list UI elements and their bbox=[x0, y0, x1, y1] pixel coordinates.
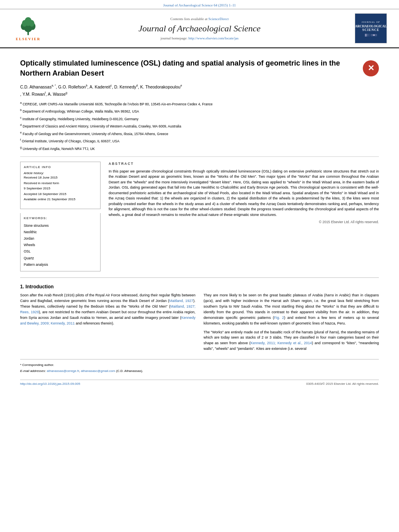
history-label: Article history: bbox=[24, 171, 97, 175]
journal-logo-area: JOURNAL OF ARCHAEOLOGICAL SCIENCE ▓▒░ ◻◼… bbox=[351, 13, 391, 43]
affiliation-item: e Faculty of Geology and the Geoenvironm… bbox=[20, 130, 379, 137]
maitland-ref-1[interactable]: Maitland, 1927 bbox=[169, 299, 193, 303]
top-reference: Journal of Archaeological Science 64 (20… bbox=[0, 0, 399, 9]
affiliation-item: a CEREGE, UMR CNRS-Aix Marseille Univers… bbox=[20, 101, 379, 107]
fig2-ref[interactable]: Fig. 2 bbox=[274, 316, 284, 320]
affiliation-item: f Oriental Institute, University of Chic… bbox=[20, 138, 379, 144]
journal-header: ELSEVIER Contents lists available at Sci… bbox=[0, 9, 399, 48]
keyword-item: OSL bbox=[24, 248, 97, 255]
authors-line: C.D. Athanassasa, *, G.O. Rollefsonb, A.… bbox=[20, 83, 379, 97]
keyword-item: Wheels bbox=[24, 242, 97, 248]
svg-point-5 bbox=[22, 20, 27, 27]
intro-col-left: Soon after the Arab Revolt (1916) pilots… bbox=[20, 293, 195, 355]
logo-box-extra: ▓▒░ ◻◼◻ bbox=[365, 33, 376, 36]
keywords-list: Stone structuresNeolithicJordanWheelsOSL… bbox=[24, 222, 97, 268]
elsevier-brand-text: ELSEVIER bbox=[16, 37, 41, 41]
intro-text-right-1: They are more likely to be seen on the g… bbox=[204, 293, 379, 327]
contents-line: Contents lists available at ScienceDirec… bbox=[52, 17, 347, 21]
affiliation-item: c Institute of Geography, Heidelberg Uni… bbox=[20, 115, 379, 122]
svg-text:✕: ✕ bbox=[368, 64, 374, 72]
abstract-text: In this paper we generate chronological … bbox=[109, 169, 379, 218]
article-title: Optically stimulated luminescence (OSL) … bbox=[20, 58, 355, 78]
author-1: C.D. Athanassas bbox=[20, 84, 51, 89]
received-date: Received 18 June 2015 Received in revise… bbox=[24, 175, 97, 202]
author-4: , D. Kennedy bbox=[112, 84, 136, 89]
author-5: , K. Theodorakopoulou bbox=[138, 84, 181, 89]
keyword-item: Pattern analysis bbox=[24, 261, 97, 268]
page-footer: http://dx.doi.org/10.1016/j.jas.2015.09.… bbox=[20, 380, 379, 386]
kennedy-ref-1[interactable]: Kennedy and Bewley, 2009; Kennedy, 2011 bbox=[20, 316, 195, 325]
elsevier-tree-icon bbox=[16, 16, 40, 36]
journal-homepage: journal homepage: http://www.elsevier.co… bbox=[52, 36, 347, 40]
keyword-item: Quartz bbox=[24, 255, 97, 261]
intro-col-right: They are more likely to be seen on the g… bbox=[204, 293, 379, 355]
footnote-email: E-mail addresses: athanassas@cerege.fr, … bbox=[20, 369, 379, 374]
intro-text-right-2: The "Works" are entirely made out of the… bbox=[204, 330, 379, 352]
logo-box-arch-text: ARCHAEOLOGICAL bbox=[355, 25, 387, 28]
keyword-item: Stone structures bbox=[24, 222, 97, 229]
affiliation-item: b Department of Anthropology, Whitman Co… bbox=[20, 108, 379, 114]
issn-text: 0305-4403/© 2015 Elsevier Ltd. All right… bbox=[306, 382, 379, 386]
email1-link[interactable]: athanassas@cerege.fr bbox=[47, 369, 79, 373]
author-5-sup: e bbox=[181, 84, 182, 87]
abstract-col: ABSTRACT In this paper we generate chron… bbox=[109, 162, 379, 271]
journal-logo-box: JOURNAL OF ARCHAEOLOGICAL SCIENCE ▓▒░ ◻◼… bbox=[355, 13, 387, 43]
crossmark-logo[interactable]: ✕ bbox=[363, 60, 379, 76]
footnote-section: * Corresponding author. E-mail addresses… bbox=[20, 359, 379, 374]
logo-box-science-text: SCIENCE bbox=[362, 28, 380, 32]
author-7-sup: g bbox=[66, 91, 67, 94]
keywords-box: Keywords: Stone structuresNeolithicJorda… bbox=[20, 213, 101, 271]
logo-box-top-text: JOURNAL OF bbox=[362, 21, 380, 23]
section-divider bbox=[20, 277, 379, 278]
intro-text-left: Soon after the Arab Revolt (1916) pilots… bbox=[20, 293, 195, 327]
article-title-section: Optically stimulated luminescence (OSL) … bbox=[20, 58, 379, 78]
email2-link[interactable]: athanasasc@gmail.com bbox=[81, 369, 115, 373]
author-2: , G.O. Rollefson bbox=[56, 84, 86, 89]
history-subsection: Article history: Received 18 June 2015 R… bbox=[24, 171, 97, 202]
article-info-title: ARTICLE INFO bbox=[24, 165, 97, 169]
affiliation-item: d Department of Classics and Ancient His… bbox=[20, 123, 379, 129]
main-content: Optically stimulated luminescence (OSL) … bbox=[0, 48, 399, 392]
elsevier-logo-area: ELSEVIER bbox=[8, 16, 48, 41]
article-info-col: ARTICLE INFO Article history: Received 1… bbox=[20, 162, 101, 271]
keyword-item: Neolithic bbox=[24, 229, 97, 235]
page: Journal of Archaeological Science 64 (20… bbox=[0, 0, 399, 532]
maitland-ref-2[interactable]: Maitland, 1927; Rees, 1929 bbox=[20, 304, 195, 314]
homepage-url[interactable]: http://www.elsevier.com/locate/jas bbox=[189, 36, 239, 40]
kennedy-ref-2[interactable]: Kennedy, 2011; Kennedy et al., 2014 bbox=[251, 341, 312, 345]
article-info-box: ARTICLE INFO Article history: Received 1… bbox=[20, 162, 101, 209]
introduction-body: Soon after the Arab Revolt (1916) pilots… bbox=[20, 293, 379, 355]
abstract-copyright: © 2015 Elsevier Ltd. All rights reserved… bbox=[109, 220, 379, 224]
author-1-sup: a, * bbox=[51, 84, 56, 87]
doi-link[interactable]: http://dx.doi.org/10.1016/j.jas.2015.09.… bbox=[20, 382, 80, 386]
journal-title: Journal of Archaeological Science bbox=[52, 23, 347, 34]
article-info-abstract-row: ARTICLE INFO Article history: Received 1… bbox=[20, 162, 379, 271]
elsevier-logo: ELSEVIER bbox=[16, 16, 41, 41]
journal-header-center: Contents lists available at ScienceDirec… bbox=[48, 17, 351, 40]
footnote-corresponding: * Corresponding author. bbox=[20, 363, 379, 368]
author-3: , A. Kadereit bbox=[87, 84, 110, 89]
crossmark-icon: ✕ bbox=[363, 61, 378, 76]
journal-ref-text: Journal of Archaeological Science 64 (20… bbox=[163, 3, 236, 7]
author-6: , Y.M. Rowan bbox=[20, 91, 45, 96]
author-7: , A. Wasse bbox=[45, 91, 66, 96]
keywords-title: Keywords: bbox=[24, 216, 97, 220]
sciencedirect-link[interactable]: ScienceDirect bbox=[208, 17, 228, 21]
svg-point-6 bbox=[29, 20, 35, 27]
abstract-header: ABSTRACT bbox=[109, 162, 379, 166]
introduction-heading: 1. Introduction bbox=[20, 284, 379, 290]
affiliations: a CEREGE, UMR CNRS-Aix Marseille Univers… bbox=[20, 101, 379, 157]
keyword-item: Jordan bbox=[24, 235, 97, 242]
affiliation-item: g University of East Anglia, Norwich NR4… bbox=[20, 145, 379, 152]
